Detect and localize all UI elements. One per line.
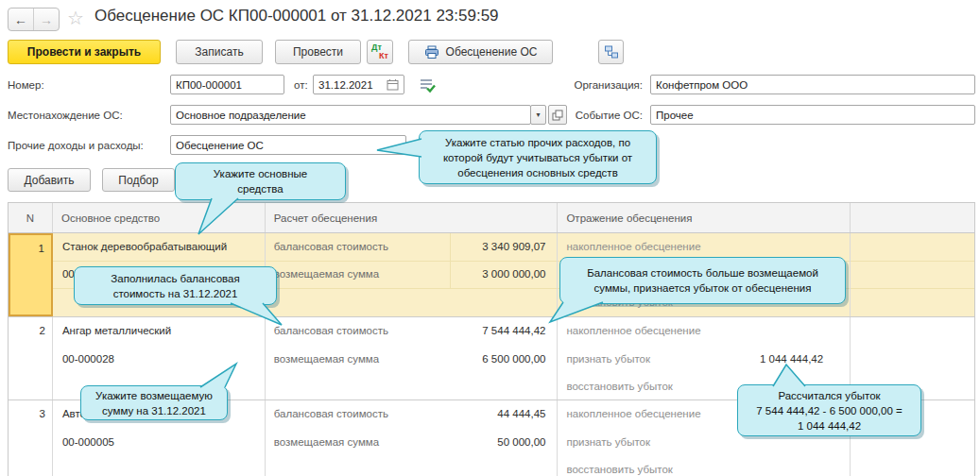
other-income-expense-field[interactable]: Обесценение ОС — [170, 135, 406, 155]
date-field[interactable]: 31.12.2021 — [313, 75, 404, 94]
book-value-label: балансовая стоимость — [266, 317, 450, 346]
recoverable-label: возмещаемая сумма — [266, 262, 450, 289]
other-income-expense-label: Прочие доходы и расходы: — [8, 140, 144, 151]
related-documents-button[interactable] — [598, 40, 624, 64]
restore-loss-label: восстановить убыток — [558, 373, 728, 400]
organization-value: Конфетпром ООО — [656, 79, 970, 91]
callout-expense-article: Укажите статью прочих расходов, по котор… — [419, 130, 657, 184]
column-header-empty — [851, 203, 974, 232]
callout-tail — [544, 300, 605, 325]
nav-history-group: ← → — [8, 8, 60, 31]
number-label: Номер: — [8, 79, 44, 91]
callout-tail — [185, 196, 242, 236]
print-impairment-button[interactable]: Обесценение ОС — [408, 40, 553, 64]
callout-tail — [227, 301, 285, 328]
recoverable-value: 3 000 000,00 — [450, 262, 558, 289]
column-header-n[interactable]: N — [9, 203, 53, 232]
add-row-button[interactable]: Добавить — [8, 168, 91, 192]
location-field[interactable]: Основное подразделение — [170, 105, 531, 125]
book-value-label: балансовая стоимость — [266, 233, 450, 261]
row-number: 1 — [10, 235, 51, 264]
callout-loss-calculated: Рассчитался убыток 7 544 444,42 - 6 500 … — [737, 384, 921, 436]
callout-tail — [197, 361, 240, 389]
callout-specify-recoverable: Укажите возмещаемую сумму на 31.12.2021 — [80, 385, 228, 420]
accumulated-impairment-label: накопленное обесценение — [558, 400, 728, 429]
back-arrow-icon: ← — [14, 12, 27, 27]
forward-arrow-icon: → — [40, 12, 53, 27]
book-value-label: балансовая стоимость — [266, 400, 450, 429]
callout-book-value-filled: Заполнилась балансовая стоимость на 31.1… — [74, 266, 277, 305]
restore-loss-label: восстановить убыток — [558, 456, 728, 476]
asset-name: Станок деревообрабатывающий — [53, 233, 265, 262]
row-number: 3 — [9, 400, 52, 429]
organization-field[interactable]: Конфетпром ООО — [650, 75, 975, 94]
post-button[interactable]: Провести — [275, 40, 361, 64]
other-income-expense-value: Обесценение ОС — [176, 140, 401, 151]
recoverable-value: 6 500 000,00 — [450, 346, 558, 374]
asset-inventory-number: 00-000005 — [53, 429, 265, 457]
table-header-row: N Основное средство Расчет обесценения О… — [9, 203, 974, 233]
location-label: Местонахождение ОС: — [8, 110, 123, 121]
event-label: Событие ОС: — [527, 110, 643, 121]
location-value: Основное подразделение — [176, 110, 525, 121]
date-value: 31.12.2021 — [318, 79, 387, 91]
recoverable-label: возмещаемая сумма — [266, 429, 450, 457]
callout-tail — [767, 363, 809, 388]
recoverable-label: возмещаемая сумма — [266, 346, 450, 374]
page-title: Обесценение ОС КП00-000001 от 31.12.2021… — [95, 7, 499, 26]
callout-tail — [375, 136, 422, 162]
pick-button[interactable]: Подбор — [102, 168, 175, 192]
impairment-document-window: ← → ☆ Обесценение ОС КП00-000001 от 31.1… — [0, 0, 980, 476]
organization-label: Организация: — [527, 79, 643, 91]
number-value: КП00-000001 — [176, 79, 279, 91]
back-button[interactable]: ← — [9, 8, 34, 30]
calendar-icon[interactable] — [387, 78, 399, 91]
dtkt-postings-button[interactable]: Дт Кт — [367, 40, 393, 64]
recognize-loss-label: признать убыток — [558, 346, 728, 374]
posting-status-icon[interactable] — [419, 76, 436, 94]
printer-icon — [424, 45, 439, 60]
book-value: 44 444,45 — [450, 400, 558, 429]
recoverable-value: 50 000,00 — [450, 429, 558, 457]
row-number: 2 — [9, 317, 52, 346]
book-value: 3 340 909,07 — [450, 233, 558, 261]
favorite-star-icon[interactable]: ☆ — [67, 7, 84, 29]
recognize-loss-label: признать убыток — [558, 429, 728, 457]
event-value: Прочее — [656, 110, 970, 121]
print-button-label: Обесценение ОС — [446, 45, 538, 59]
number-field[interactable]: КП00-000001 — [170, 75, 284, 94]
book-value: 7 544 444,42 — [450, 317, 558, 346]
post-and-close-button[interactable]: Провести и закрыть — [8, 40, 161, 64]
callout-specify-assets: Укажите основные средства — [175, 162, 346, 200]
callout-book-gt-recoverable: Балансовая стоимость больше возмещаемой … — [559, 257, 846, 304]
column-header-calc[interactable]: Расчет обесценения — [266, 203, 559, 232]
forward-button[interactable]: → — [34, 8, 59, 30]
structure-icon — [604, 44, 619, 60]
write-button[interactable]: Записать — [176, 40, 263, 64]
date-label: от: — [294, 79, 308, 91]
credit-icon: Кт — [371, 52, 388, 60]
column-header-reflect[interactable]: Отражение обесценения — [558, 203, 851, 232]
event-field[interactable]: Прочее — [650, 105, 975, 125]
